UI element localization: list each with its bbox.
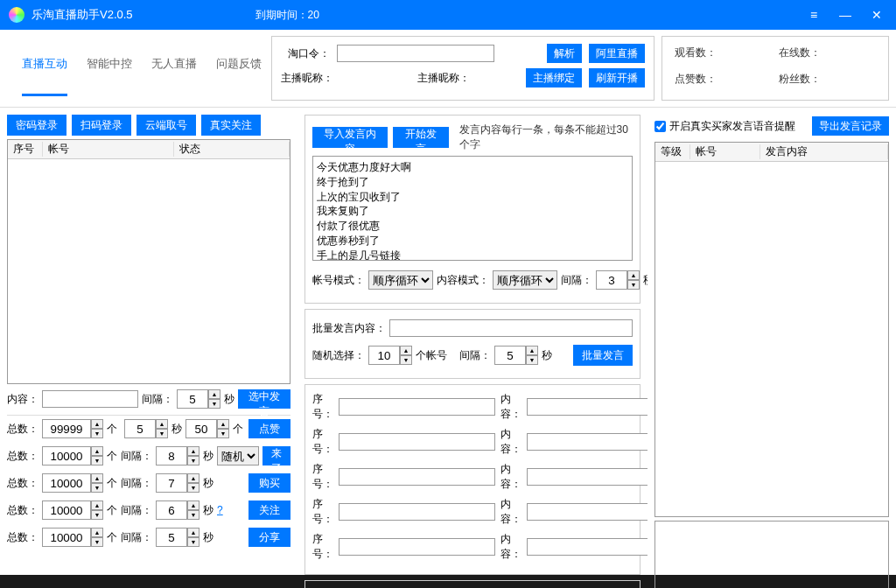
export-log-button[interactable]: 导出发言记录 [812,116,889,136]
content-mode-select[interactable]: 顺序循环 [493,270,557,290]
th-account: 帐号 [43,142,174,157]
password-login-button[interactable]: 密码登录 [7,115,66,136]
sec-input[interactable] [156,473,187,493]
spin-up[interactable]: ▲ [187,446,200,456]
sec-input[interactable] [156,500,187,520]
help-link[interactable]: ? [217,504,223,516]
spin-down[interactable]: ▼ [208,399,220,409]
seq-input-2[interactable] [339,468,495,486]
content-input-3[interactable] [527,503,648,521]
account-table: 序号 帐号 状态 [7,139,290,384]
spin-down[interactable]: ▼ [91,510,103,520]
content-interval[interactable] [177,389,208,409]
speak-textarea[interactable] [312,156,633,261]
sec-label: 秒 [203,476,214,491]
seq-input-3[interactable] [339,503,495,521]
mode-interval[interactable] [596,270,627,290]
cloud-fetch-button[interactable]: 云端取号 [136,115,196,136]
ali-live-button[interactable]: 阿里直播 [589,44,645,63]
tab-live-interact[interactable]: 直播互动 [22,56,67,96]
random-interval[interactable] [494,346,526,365]
bind-anchor-button[interactable]: 主播绑定 [526,68,582,88]
action-分享-button[interactable]: 分享 [248,528,290,547]
real-follow-button[interactable]: 真实关注 [201,115,261,136]
spin-down[interactable]: ▼ [91,537,103,547]
spin-up[interactable]: ▲ [156,419,168,429]
seq-input-4[interactable] [339,538,495,556]
menu-icon[interactable]: ≡ [803,4,824,25]
spin-down[interactable]: ▼ [187,483,200,493]
acct-mode-select[interactable]: 顺序循环 [368,270,433,290]
select-speak-button[interactable]: 选中发言 [238,389,290,409]
seq-label: 序号： [312,532,333,562]
log-area[interactable] [654,521,889,588]
action-点赞-button[interactable]: 点赞 [248,419,290,438]
action-购买-button[interactable]: 购买 [248,473,290,493]
spin-down[interactable]: ▼ [400,355,412,365]
spin-down[interactable]: ▼ [217,429,229,438]
spin-up[interactable]: ▲ [91,446,103,456]
close-icon[interactable]: ✕ [866,4,887,25]
scan-login-button[interactable]: 扫码登录 [72,115,131,136]
seq-input-1[interactable] [339,433,495,451]
mode-select[interactable]: 随机 [217,446,259,466]
minimize-icon[interactable]: — [835,4,856,25]
spin-down[interactable]: ▼ [627,280,640,290]
spin-up[interactable]: ▲ [526,346,538,355]
tab-feedback[interactable]: 问题反馈 [216,56,262,96]
action-关注-button[interactable]: 关注 [248,500,290,520]
seq-input-0[interactable] [339,398,495,416]
spin-down[interactable]: ▼ [187,456,200,466]
content-label: 内容： [7,392,38,407]
content-input-2[interactable] [527,468,648,486]
sec-input[interactable] [156,446,187,466]
start-speak-button[interactable]: 开始发言 [393,127,449,148]
spin-up[interactable]: ▲ [91,473,103,483]
parse-button[interactable]: 解析 [547,44,582,63]
sec-input[interactable] [156,528,187,547]
unit: 个 [233,422,243,437]
total-input[interactable] [42,419,91,438]
extra-count[interactable] [186,419,217,438]
spin-down[interactable]: ▼ [91,456,103,466]
batch-speak-button[interactable]: 批量发言 [573,345,633,366]
content-input-0[interactable] [527,398,648,416]
total-input[interactable] [42,528,91,547]
spin-down[interactable]: ▼ [91,483,103,493]
th-level: 等级 [655,144,690,159]
content-input-4[interactable] [527,538,648,556]
voice-remind-input[interactable] [654,121,666,132]
content-input[interactable] [42,390,138,408]
import-speak-button[interactable]: 导入发言内容 [312,127,388,148]
spin-up[interactable]: ▲ [187,473,200,483]
taokouling-input[interactable] [337,45,494,62]
total-input[interactable] [42,473,91,493]
spin-down[interactable]: ▼ [187,510,200,520]
refresh-live-button[interactable]: 刷新开播 [589,68,645,88]
spin-up[interactable]: ▲ [91,528,103,537]
tab-smart-control[interactable]: 智能中控 [87,56,132,96]
voice-remind-label: 开启真实买家发言语音提醒 [669,119,795,134]
total-input[interactable] [42,500,91,520]
spin-up[interactable]: ▲ [208,389,220,399]
random-count[interactable] [368,346,400,365]
spin-up[interactable]: ▲ [187,500,200,510]
spin-up[interactable]: ▲ [91,500,103,510]
action-来了-button[interactable]: 来了 [262,446,290,466]
total-input[interactable] [42,446,91,466]
spin-up[interactable]: ▲ [217,419,229,429]
batch-content-input[interactable] [389,319,633,337]
spin-down[interactable]: ▼ [156,429,168,438]
tab-unmanned[interactable]: 无人直播 [151,56,197,96]
spin-down[interactable]: ▼ [526,355,538,365]
content-input-1[interactable] [527,433,648,451]
voice-remind-checkbox[interactable]: 开启真实买家发言语音提醒 [654,119,795,134]
spin-down[interactable]: ▼ [187,537,200,547]
spin-up[interactable]: ▲ [400,346,412,355]
interval-label: 间隔： [121,476,152,491]
sec-input[interactable] [124,419,156,438]
spin-up[interactable]: ▲ [187,528,200,537]
spin-up[interactable]: ▲ [91,419,103,429]
spin-down[interactable]: ▼ [91,429,103,438]
spin-up[interactable]: ▲ [627,270,640,280]
